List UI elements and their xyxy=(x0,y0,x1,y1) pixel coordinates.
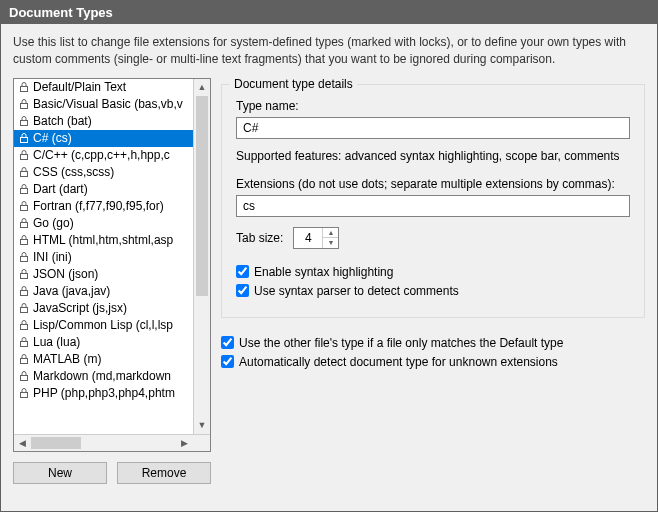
tab-size-spinner[interactable]: ▲ ▼ xyxy=(293,227,339,249)
svg-rect-3 xyxy=(21,138,28,143)
document-type-list[interactable]: Default/Plain TextBasic/Visual Basic (ba… xyxy=(13,78,211,452)
enable-syntax-checkbox[interactable]: Enable syntax highlighting xyxy=(236,265,630,279)
horizontal-scrollbar[interactable]: ◀ ▶ xyxy=(14,434,210,451)
scroll-up-icon[interactable]: ▲ xyxy=(194,79,210,96)
list-item-label: HTML (html,htm,shtml,asp xyxy=(33,233,173,247)
lock-icon xyxy=(18,234,30,246)
lock-icon xyxy=(18,302,30,314)
lock-icon xyxy=(18,149,30,161)
list-item[interactable]: INI (ini) xyxy=(14,249,210,266)
list-item[interactable]: Markdown (md,markdown xyxy=(14,368,210,385)
svg-rect-1 xyxy=(21,104,28,109)
scroll-thumb[interactable] xyxy=(196,96,208,296)
list-item[interactable]: JavaScript (js,jsx) xyxy=(14,300,210,317)
list-item[interactable]: JSON (json) xyxy=(14,266,210,283)
list-item-label: Lua (lua) xyxy=(33,335,80,349)
list-item[interactable]: Java (java,jav) xyxy=(14,283,210,300)
list-item-label: Fortran (f,f77,f90,f95,for) xyxy=(33,199,164,213)
list-item[interactable]: Lua (lua) xyxy=(14,334,210,351)
list-item-label: Basic/Visual Basic (bas,vb,v xyxy=(33,97,183,111)
list-item[interactable]: Go (go) xyxy=(14,215,210,232)
lock-icon xyxy=(18,285,30,297)
lock-icon xyxy=(18,370,30,382)
svg-rect-8 xyxy=(21,223,28,228)
remove-button[interactable]: Remove xyxy=(117,462,211,484)
svg-rect-15 xyxy=(21,342,28,347)
type-name-input[interactable] xyxy=(236,117,630,139)
spin-up-icon[interactable]: ▲ xyxy=(323,228,338,239)
lock-icon xyxy=(18,166,30,178)
scroll-right-icon[interactable]: ▶ xyxy=(176,435,193,452)
supported-features: Supported features: advanced syntax high… xyxy=(236,149,630,163)
use-other-checkbox[interactable]: Use the other file's type if a file only… xyxy=(221,336,645,350)
list-item[interactable]: Dart (dart) xyxy=(14,181,210,198)
list-item[interactable]: C/C++ (c,cpp,c++,h,hpp,c xyxy=(14,147,210,164)
extensions-label: Extensions (do not use dots; separate mu… xyxy=(236,177,630,191)
svg-rect-0 xyxy=(21,87,28,92)
list-item-label: C/C++ (c,cpp,c++,h,hpp,c xyxy=(33,148,170,162)
lock-icon xyxy=(18,319,30,331)
titlebar: Document Types xyxy=(1,1,657,24)
auto-detect-checkbox[interactable]: Automatically detect document type for u… xyxy=(221,355,645,369)
tab-size-input[interactable] xyxy=(294,228,322,248)
list-item[interactable]: PHP (php,php3,php4,phtm xyxy=(14,385,210,402)
list-item[interactable]: Lisp/Common Lisp (cl,l,lsp xyxy=(14,317,210,334)
intro-text: Use this list to change file extensions … xyxy=(13,34,645,68)
list-item-label: Batch (bat) xyxy=(33,114,92,128)
svg-rect-9 xyxy=(21,240,28,245)
use-parser-checkbox[interactable]: Use syntax parser to detect comments xyxy=(236,284,630,298)
spin-down-icon[interactable]: ▼ xyxy=(323,238,338,248)
lock-icon xyxy=(18,251,30,263)
hscroll-thumb[interactable] xyxy=(31,437,81,449)
enable-syntax-label: Enable syntax highlighting xyxy=(254,265,393,279)
lock-icon xyxy=(18,81,30,93)
lock-icon xyxy=(18,217,30,229)
list-item-label: C# (cs) xyxy=(33,131,72,145)
list-item-label: Lisp/Common Lisp (cl,l,lsp xyxy=(33,318,173,332)
svg-rect-7 xyxy=(21,206,28,211)
lock-icon xyxy=(18,132,30,144)
svg-rect-5 xyxy=(21,172,28,177)
auto-detect-label: Automatically detect document type for u… xyxy=(239,355,558,369)
list-item[interactable]: CSS (css,scss) xyxy=(14,164,210,181)
list-item-label: JavaScript (js,jsx) xyxy=(33,301,127,315)
svg-rect-11 xyxy=(21,274,28,279)
lock-icon xyxy=(18,115,30,127)
list-item-label: JSON (json) xyxy=(33,267,98,281)
lock-icon xyxy=(18,387,30,399)
svg-rect-4 xyxy=(21,155,28,160)
svg-rect-18 xyxy=(21,393,28,398)
scroll-left-icon[interactable]: ◀ xyxy=(14,435,31,452)
vertical-scrollbar[interactable]: ▲ ▼ xyxy=(193,79,210,434)
list-item[interactable]: Default/Plain Text xyxy=(14,79,210,96)
lock-icon xyxy=(18,183,30,195)
lock-icon xyxy=(18,200,30,212)
lock-icon xyxy=(18,353,30,365)
list-item-label: PHP (php,php3,php4,phtm xyxy=(33,386,175,400)
new-button[interactable]: New xyxy=(13,462,107,484)
list-item[interactable]: Batch (bat) xyxy=(14,113,210,130)
type-name-label: Type name: xyxy=(236,99,630,113)
list-item[interactable]: Fortran (f,f77,f90,f95,for) xyxy=(14,198,210,215)
use-other-label: Use the other file's type if a file only… xyxy=(239,336,563,350)
use-parser-label: Use syntax parser to detect comments xyxy=(254,284,459,298)
list-item-label: Go (go) xyxy=(33,216,74,230)
lock-icon xyxy=(18,98,30,110)
svg-rect-2 xyxy=(21,121,28,126)
list-item-label: Default/Plain Text xyxy=(33,80,126,94)
tab-size-label: Tab size: xyxy=(236,231,283,245)
list-item[interactable]: HTML (html,htm,shtml,asp xyxy=(14,232,210,249)
extensions-input[interactable] xyxy=(236,195,630,217)
list-item-label: Markdown (md,markdown xyxy=(33,369,171,383)
list-item-label: MATLAB (m) xyxy=(33,352,101,366)
lock-icon xyxy=(18,336,30,348)
list-item[interactable]: C# (cs) xyxy=(14,130,210,147)
list-item[interactable]: Basic/Visual Basic (bas,vb,v xyxy=(14,96,210,113)
svg-rect-14 xyxy=(21,325,28,330)
svg-rect-17 xyxy=(21,376,28,381)
list-item-label: INI (ini) xyxy=(33,250,72,264)
svg-rect-10 xyxy=(21,257,28,262)
scroll-down-icon[interactable]: ▼ xyxy=(194,417,210,434)
list-item-label: Dart (dart) xyxy=(33,182,88,196)
list-item[interactable]: MATLAB (m) xyxy=(14,351,210,368)
